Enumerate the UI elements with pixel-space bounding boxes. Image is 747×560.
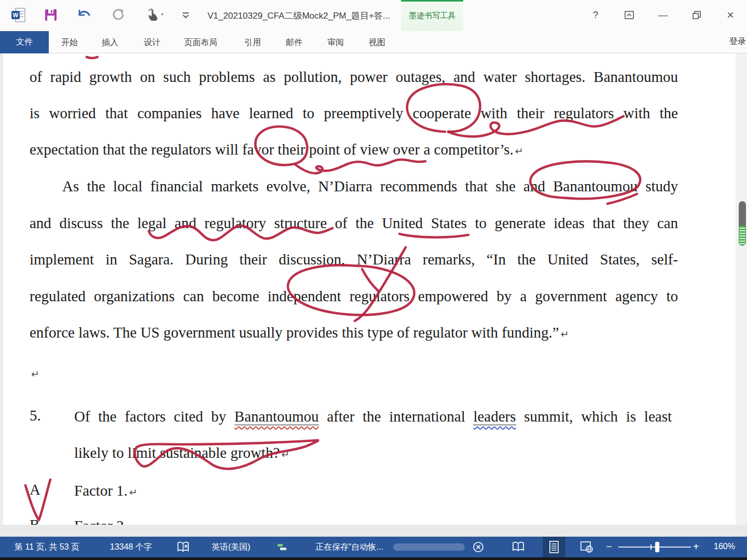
- undo-button[interactable]: [76, 7, 92, 23]
- word-count[interactable]: 13348 个字: [110, 542, 152, 553]
- title-bar: W V1_202103: [0, 0, 747, 31]
- status-bar: 第 11 页, 共 53 页 13348 个字 英语(美国) 正在保存“自动恢.…: [0, 537, 747, 557]
- save-progress-bar: [393, 543, 465, 551]
- scrollbar-track[interactable]: [736, 53, 747, 525]
- sign-in-link[interactable]: 登录: [729, 36, 746, 47]
- option-text-a: Factor 1.↵: [74, 481, 672, 501]
- document-title: V1_20210329_CFA二级Mock2_PM_题目+答...: [208, 10, 390, 22]
- question-line-1: Of the factors cited by Banantoumou afte…: [74, 407, 672, 426]
- zoom-level[interactable]: 160%: [714, 542, 735, 551]
- page-indicator[interactable]: 第 11 页, 共 53 页: [15, 542, 79, 553]
- tab-review[interactable]: 审阅: [327, 37, 344, 48]
- paragraph-mark: ↵: [561, 328, 569, 340]
- zoom-in-button[interactable]: +: [693, 541, 699, 553]
- tab-page-layout[interactable]: 页面布局: [184, 37, 217, 48]
- doc-line: expectation that the regulators will fav…: [30, 140, 678, 160]
- doc-line: regulated organizations can become indep…: [30, 287, 678, 305]
- cancel-save-icon[interactable]: [472, 541, 485, 553]
- doc-line: enforce laws. The US government usually …: [30, 323, 678, 343]
- doc-line: implement in Sagara. During their discus…: [30, 250, 678, 269]
- tab-view[interactable]: 视图: [369, 37, 385, 48]
- question-line-2: likely to limit sustainable growth?↵: [74, 443, 672, 464]
- web-layout-button[interactable]: [580, 541, 593, 553]
- ink-tools-group-title: 墨迹书写工具: [401, 11, 463, 21]
- read-mode-button[interactable]: [511, 541, 525, 553]
- tab-insert[interactable]: 插入: [102, 37, 118, 48]
- document-area[interactable]: of rapid growth on such problems as poll…: [0, 53, 747, 525]
- doc-line: is worried that companies have learned t…: [30, 104, 678, 122]
- zoom-slider-track[interactable]: [618, 547, 691, 548]
- empty-paragraph: ↵: [30, 363, 678, 383]
- ribbon-tab-bar: 文件 开始 插入 设计 页面布局 引用 邮件 审阅 视图: [0, 31, 747, 53]
- tab-references[interactable]: 引用: [244, 37, 261, 48]
- tab-home[interactable]: 开始: [61, 37, 78, 48]
- saving-status: 正在保存“自动恢...: [315, 542, 383, 553]
- tab-file[interactable]: 文件: [0, 31, 49, 53]
- svg-text:W: W: [13, 12, 19, 18]
- tab-design[interactable]: 设计: [144, 37, 160, 48]
- paragraph-mark: ↵: [281, 449, 289, 460]
- paragraph-mark: ↵: [515, 145, 523, 157]
- ribbon-display-options-button[interactable]: [620, 7, 638, 23]
- scrollbar-annotation-marker: [739, 226, 746, 246]
- language-indicator[interactable]: 英语(美国): [212, 542, 251, 553]
- close-button[interactable]: ×: [722, 7, 739, 23]
- proofing-errors-icon[interactable]: [176, 540, 190, 554]
- zoom-out-button[interactable]: −: [606, 541, 612, 553]
- doc-line: of rapid growth on such problems as poll…: [30, 67, 678, 86]
- help-button[interactable]: ?: [587, 7, 604, 23]
- tab-mailings[interactable]: 邮件: [286, 37, 302, 48]
- option-letter-a: A: [30, 481, 71, 498]
- restore-button[interactable]: [688, 7, 706, 23]
- print-layout-button[interactable]: [543, 537, 565, 557]
- screen-bottom-strip: [0, 557, 747, 560]
- save-button[interactable]: [43, 7, 59, 23]
- scrollbar-thumb[interactable]: [739, 201, 746, 227]
- spellcheck-word: Banantoumou: [234, 408, 319, 425]
- zoom-slider-handle[interactable]: [655, 542, 659, 552]
- doc-line: and discuss the legal and regulatory str…: [30, 214, 678, 232]
- paragraph-mark: ↵: [31, 368, 39, 380]
- customize-qat-button[interactable]: [177, 7, 194, 23]
- document-bottom-gap: [0, 525, 747, 537]
- minimize-button[interactable]: —: [654, 7, 672, 23]
- question-number: 5.: [30, 407, 71, 424]
- touch-mouse-mode-button[interactable]: [143, 7, 166, 23]
- doc-line: As the local financial markets evolve, N…: [30, 177, 678, 195]
- option-text-b: Factor 2: [74, 516, 672, 525]
- redo-button[interactable]: [110, 7, 127, 23]
- grammar-word: leaders: [473, 408, 516, 425]
- zoom-slider-center-tick: [651, 544, 652, 550]
- upload-status-icon: [277, 543, 287, 551]
- paragraph-mark: ↵: [129, 486, 137, 498]
- option-letter-b: B: [30, 516, 71, 525]
- word-app-icon: W: [10, 7, 27, 23]
